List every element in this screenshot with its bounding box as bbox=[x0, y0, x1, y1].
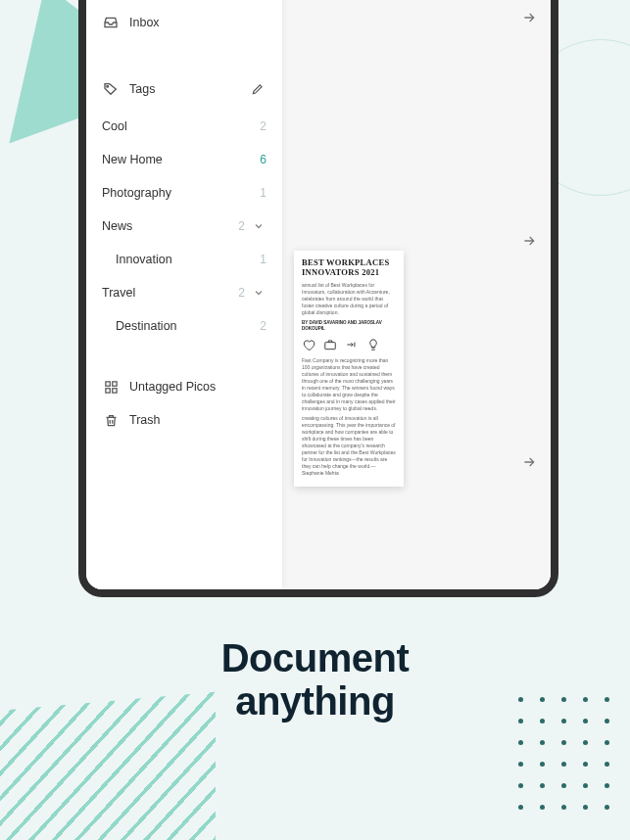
tag-label: Photography bbox=[102, 186, 253, 200]
inbox-icon bbox=[102, 14, 120, 31]
svg-rect-4 bbox=[112, 388, 116, 392]
sidebar-label: Trash bbox=[129, 413, 267, 427]
tag-count: 2 bbox=[231, 219, 245, 233]
chevron-down-icon[interactable] bbox=[251, 220, 267, 232]
tag-subitem-innovation[interactable]: Innovation 1 bbox=[96, 243, 272, 276]
tag-count: 6 bbox=[253, 153, 267, 166]
tag-subitem-destination[interactable]: Destination 2 bbox=[96, 309, 272, 343]
grid-icon bbox=[102, 378, 120, 396]
marketing-headline: Document anything bbox=[0, 636, 630, 723]
svg-point-0 bbox=[107, 85, 109, 87]
tag-label: News bbox=[102, 219, 231, 233]
tag-item-travel[interactable]: Travel 2 bbox=[96, 276, 272, 309]
sidebar: Home Inbox Tags Cool 2 bbox=[86, 0, 282, 589]
card-body: creating cultures of innovation is all e… bbox=[302, 415, 396, 477]
tag-label: Destination bbox=[116, 319, 253, 333]
tag-item-news[interactable]: News 2 bbox=[96, 210, 272, 243]
card-title: BEST WORKPLACES INNOVATORS 2021 bbox=[302, 258, 396, 278]
card-intro: annual list of Best Workplaces for Innov… bbox=[302, 282, 396, 316]
sidebar-tags-header: Tags bbox=[96, 69, 272, 110]
tag-icon bbox=[102, 80, 120, 98]
card-byline: BY DAVID SAVARINO AND JAROSLAV DOKOUPIL bbox=[302, 320, 396, 333]
sidebar-item-inbox[interactable]: Inbox bbox=[96, 6, 272, 39]
arrow-right-icon[interactable] bbox=[521, 454, 537, 474]
article-card[interactable]: BEST WORKPLACES INNOVATORS 2021 annual l… bbox=[294, 251, 404, 487]
tag-count: 2 bbox=[231, 286, 245, 300]
arrow-right-icon[interactable] bbox=[521, 10, 537, 29]
tag-item-photography[interactable]: Photography 1 bbox=[96, 176, 272, 210]
tag-label: Cool bbox=[102, 119, 253, 133]
tag-item-cool[interactable]: Cool 2 bbox=[96, 110, 272, 143]
tag-count: 1 bbox=[253, 253, 267, 266]
card-icon-row bbox=[302, 338, 396, 351]
content-area: BEST WORKPLACES INNOVATORS 2021 annual l… bbox=[282, 0, 551, 589]
pointer-icon bbox=[345, 338, 359, 351]
tag-item-new-home[interactable]: New Home 6 bbox=[96, 143, 272, 176]
tag-count: 2 bbox=[253, 319, 267, 333]
sidebar-label: Tags bbox=[129, 82, 249, 96]
card-body: Fast Company is recognizing more than 10… bbox=[302, 357, 396, 412]
sidebar-label: Untagged Picos bbox=[129, 380, 267, 394]
lightbulb-icon bbox=[366, 338, 380, 351]
sidebar-item-untagged[interactable]: Untagged Picos bbox=[96, 370, 272, 403]
svg-rect-3 bbox=[105, 388, 109, 392]
svg-rect-1 bbox=[105, 381, 109, 385]
trash-icon bbox=[102, 411, 120, 429]
tablet-frame: Home Inbox Tags Cool 2 bbox=[78, 0, 558, 597]
tag-count: 2 bbox=[253, 119, 267, 133]
sidebar-item-trash[interactable]: Trash bbox=[96, 403, 272, 437]
heart-icon bbox=[302, 338, 315, 351]
tag-label: Travel bbox=[102, 286, 231, 300]
tag-count: 1 bbox=[253, 186, 267, 200]
sidebar-label: Inbox bbox=[129, 16, 267, 29]
app-screen: Home Inbox Tags Cool 2 bbox=[86, 0, 551, 589]
chevron-down-icon[interactable] bbox=[251, 287, 267, 299]
briefcase-icon bbox=[323, 338, 337, 351]
svg-rect-2 bbox=[112, 381, 116, 385]
arrow-right-icon[interactable] bbox=[521, 233, 537, 253]
svg-rect-5 bbox=[325, 343, 336, 350]
edit-tags-button[interactable] bbox=[249, 82, 267, 96]
tag-label: Innovation bbox=[116, 253, 253, 266]
tag-label: New Home bbox=[102, 153, 253, 166]
